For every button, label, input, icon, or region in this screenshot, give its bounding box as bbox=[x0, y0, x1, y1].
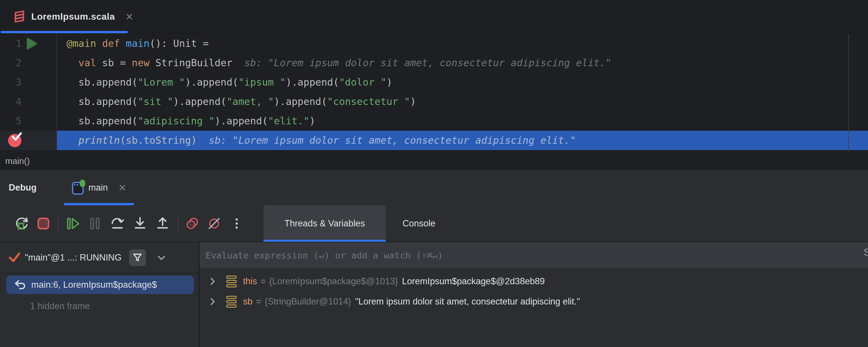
variable-row-sb[interactable]: sb = {StringBuilder@1014} "Lorem ipsum d… bbox=[199, 292, 868, 311]
editor-tab-bar: LoremIpsum.scala ✕ bbox=[0, 0, 868, 33]
evaluate-expression-input[interactable] bbox=[199, 242, 868, 269]
resume-button[interactable] bbox=[65, 215, 81, 232]
scala-file-icon bbox=[13, 9, 26, 24]
execution-point-arrow-icon bbox=[14, 279, 27, 291]
active-view-tab-indicator bbox=[264, 240, 386, 242]
inline-debugger-hint: sb: "Lorem ipsum dolor sit amet, consect… bbox=[197, 134, 576, 146]
editor-tab-close-icon[interactable]: ✕ bbox=[125, 12, 134, 22]
live-indicator-icon bbox=[80, 180, 85, 187]
line-number: 5 bbox=[0, 111, 22, 131]
string-literal: "amet, " bbox=[226, 96, 274, 107]
string-literal: "sit " bbox=[138, 96, 173, 107]
code-line: 1 @main def main(): Unit = bbox=[0, 34, 868, 53]
code-token: (sb.toString) bbox=[120, 134, 197, 146]
step-over-button[interactable] bbox=[110, 215, 126, 232]
filter-threads-button[interactable] bbox=[129, 249, 146, 266]
breadcrumb-bar: main() bbox=[0, 152, 868, 170]
run-configuration-icon bbox=[72, 181, 85, 195]
mute-breakpoints-button[interactable] bbox=[206, 215, 222, 232]
step-into-button[interactable] bbox=[132, 215, 148, 232]
run-main-gutter-icon[interactable] bbox=[27, 38, 37, 50]
code-editor[interactable]: 1 @main def main(): Unit = 2 val sb = ne… bbox=[0, 34, 868, 152]
string-literal: "adipiscing " bbox=[138, 115, 215, 127]
toolbar-separator bbox=[178, 215, 178, 233]
active-session-indicator bbox=[64, 203, 134, 205]
editor-tab-title: LoremIpsum.scala bbox=[31, 11, 115, 22]
line-number: 2 bbox=[0, 53, 22, 72]
code-token: val bbox=[79, 57, 96, 68]
variable-value: LoremIpsum$package$@2d38eb89 bbox=[402, 276, 545, 287]
breadcrumb[interactable]: main() bbox=[5, 156, 30, 166]
pause-button[interactable] bbox=[87, 215, 103, 232]
stack-frame-selected[interactable]: main:6, LoremIpsum$package$ bbox=[6, 276, 194, 294]
variable-name: this bbox=[243, 276, 257, 287]
code-token: StringBuilder bbox=[150, 57, 232, 68]
thread-status-bar[interactable]: "main"@1 ...: RUNNING bbox=[0, 242, 199, 273]
code-token: new bbox=[132, 57, 149, 68]
code-line: 4 sb.append("sit ").append("amet, ").app… bbox=[0, 92, 868, 111]
clipped-right-text: S bbox=[864, 246, 868, 258]
active-tab-indicator bbox=[1, 31, 128, 33]
string-literal: "dolor " bbox=[339, 76, 386, 88]
toolbar-separator bbox=[58, 215, 58, 233]
thread-suspended-check-icon bbox=[8, 252, 21, 263]
string-literal: "ipsum " bbox=[239, 76, 286, 88]
session-tab-label: main bbox=[88, 183, 107, 193]
string-literal: "Lorem " bbox=[138, 76, 185, 88]
thread-selector-chevron-down-icon[interactable] bbox=[156, 252, 167, 263]
line-number: 1 bbox=[0, 34, 22, 53]
line-number: 4 bbox=[0, 92, 22, 111]
string-literal: "consectetur " bbox=[327, 96, 410, 107]
variables-panel: this = {LoremIpsum$package$@1013} LoremI… bbox=[199, 269, 868, 347]
step-out-button[interactable] bbox=[155, 215, 171, 232]
variable-value: "Lorem ipsum dolor sit amet, consectetur… bbox=[355, 296, 580, 307]
variable-row-this[interactable]: this = {LoremIpsum$package$@1013} LoremI… bbox=[199, 272, 868, 291]
thread-status-text: "main"@1 ...: RUNNING bbox=[25, 252, 122, 263]
breakpoint-icon[interactable] bbox=[8, 134, 22, 147]
field-icon bbox=[226, 296, 238, 308]
tab-console[interactable]: Console bbox=[386, 205, 452, 242]
current-execution-line: println(sb.toString) sb: "Lorem ipsum do… bbox=[0, 131, 868, 150]
code-token: (): Unit = bbox=[150, 38, 209, 49]
string-literal: "elit." bbox=[268, 115, 309, 127]
filter-icon bbox=[132, 252, 143, 263]
frames-panel: main:6, LoremIpsum$package$ 1 hidden fra… bbox=[0, 273, 199, 347]
rerun-debug-button[interactable] bbox=[14, 215, 30, 232]
code-token: sb = bbox=[96, 57, 132, 68]
more-options-button[interactable] bbox=[228, 215, 245, 232]
inline-debugger-hint: sb: "Lorem ipsum dolor sit amet, consect… bbox=[232, 57, 611, 68]
code-line: 2 val sb = new StringBuilder sb: "Lorem … bbox=[0, 53, 868, 72]
code-line: 3 sb.append("Lorem ").append("ipsum ").a… bbox=[0, 72, 868, 92]
variable-type-ref: {LoremIpsum$package$@1013} bbox=[269, 276, 398, 287]
code-line: 5 sb.append("adipiscing ").append("elit.… bbox=[0, 111, 868, 131]
view-breakpoints-button[interactable] bbox=[184, 215, 200, 232]
code-token: @main bbox=[66, 38, 96, 49]
expand-chevron-right-icon[interactable] bbox=[207, 296, 218, 307]
debug-toolwindow-title: Debug bbox=[9, 183, 36, 193]
debug-session-tab-main[interactable]: main ✕ bbox=[64, 170, 134, 205]
line-number: 3 bbox=[0, 72, 22, 92]
session-tab-close-icon[interactable]: ✕ bbox=[118, 183, 127, 193]
code-token: def bbox=[102, 38, 120, 49]
debug-toolwindow-header: Debug main ✕ bbox=[0, 170, 868, 205]
variable-type-ref: {StringBuilder@1014} bbox=[265, 296, 351, 307]
code-token: println bbox=[79, 134, 120, 146]
debugger-toolbar: Threads & Variables Console bbox=[0, 205, 868, 242]
editor-tab-loremipsum[interactable]: LoremIpsum.scala ✕ bbox=[0, 0, 145, 33]
stop-button[interactable] bbox=[35, 215, 52, 232]
stack-frame-label: main:6, LoremIpsum$package$ bbox=[31, 280, 157, 290]
variable-name: sb bbox=[243, 296, 253, 307]
code-token: main bbox=[126, 38, 150, 49]
editor-right-ruler bbox=[848, 34, 849, 152]
ide-window: LoremIpsum.scala ✕ 1 @main def main(): U… bbox=[0, 0, 868, 347]
tab-threads-variables[interactable]: Threads & Variables bbox=[264, 205, 386, 242]
field-icon bbox=[226, 276, 238, 287]
expand-chevron-right-icon[interactable] bbox=[207, 276, 218, 287]
evaluate-expression-bar[interactable]: S bbox=[199, 242, 868, 269]
hidden-frames-label[interactable]: 1 hidden frame bbox=[30, 297, 90, 315]
